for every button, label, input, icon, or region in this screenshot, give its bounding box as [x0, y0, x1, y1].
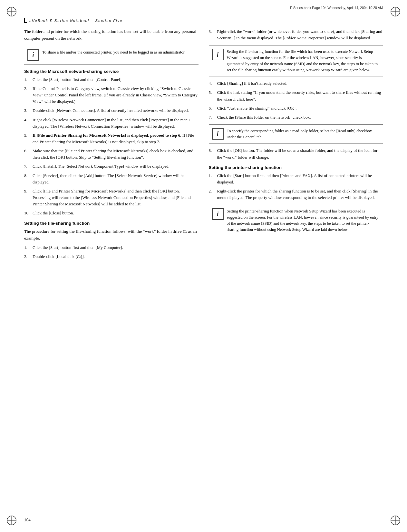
info-box-4: i Setting the printer-sharing function w…	[209, 205, 383, 236]
header-title: LifeBook E Series Notebook - Section Fiv…	[29, 19, 122, 23]
list-item: 6. Click “Just enable file sharing” and …	[209, 105, 383, 112]
section1-list: 1. Click the [Start] button first and th…	[24, 76, 199, 217]
list-item: 2. Double-click [Local disk (C:)].	[24, 253, 199, 260]
list-item: 9. Click [File and Printer Sharing for M…	[24, 188, 199, 207]
section3-list: 1. Click the [Start] button first and th…	[209, 172, 383, 201]
right-column: 3. Right-click the “work” folder (or whi…	[209, 28, 383, 513]
file-header-text: E Series.book Page 104 Wednesday, April …	[290, 6, 383, 10]
info-icon-4: i	[212, 208, 224, 220]
section3-heading: Setting the printer-sharing function	[209, 165, 383, 170]
list-item: 1. Click the [Start] button first and th…	[209, 172, 383, 185]
list-item: 2. Right-click the printer for which the…	[209, 188, 383, 201]
list-item: 6. Make sure that the [File and Printer …	[24, 148, 199, 161]
header-bar: LifeBook E Series Notebook - Section Fiv…	[24, 17, 383, 23]
right-list-mid: 4. Click [Sharing] if it isn’t already s…	[209, 80, 383, 121]
info-icon-2: i	[212, 49, 224, 60]
page: E Series.book Page 104 Wednesday, April …	[0, 0, 407, 532]
intro-paragraph: The folder and printer for which the sha…	[24, 28, 199, 42]
list-item: 1. Click the [Start] button first and th…	[24, 76, 199, 83]
section2-heading: Setting the file-sharing function	[24, 221, 199, 226]
list-item: 4. Right-click [Wireless Network Connect…	[24, 117, 199, 130]
file-header: E Series.book Page 104 Wednesday, April …	[24, 6, 383, 10]
info-box-2-text: Setting the file-sharing function for th…	[227, 49, 380, 73]
list-item: 8. Click the [OK] button. The folder wil…	[209, 147, 383, 160]
right-list-top: 3. Right-click the “work” folder (or whi…	[209, 28, 383, 41]
list-item: 1. Click the [Start] button first and th…	[24, 244, 199, 251]
info-box-1-text: To share a file and/or the connected pri…	[42, 49, 185, 55]
corner-mark-tl	[6, 6, 17, 17]
info-box-3-text: To specify the corresponding folder as a…	[227, 128, 380, 140]
section2-list: 1. Click the [Start] button first and th…	[24, 244, 199, 260]
info-box-2: i Setting the file-sharing function for …	[209, 45, 383, 76]
main-content: The folder and printer for which the sha…	[24, 28, 383, 513]
info-icon-3: i	[212, 128, 224, 140]
header-left-mark	[24, 18, 27, 23]
list-item: 7. Check the [Share this folder on the n…	[209, 114, 383, 121]
section1-heading: Setting the Microsoft network-sharing se…	[24, 69, 199, 74]
info-icon-1: i	[27, 49, 39, 61]
list-item: 10. Click the [Close] button.	[24, 210, 199, 216]
list-item: 3. Double-click [Network Connections]. A…	[24, 107, 199, 114]
list-item: 2. If the Control Panel is in Category v…	[24, 85, 199, 105]
list-item: 8. Click [Service], then click the [Add]…	[24, 172, 199, 185]
list-item: 5. If [File and Printer Sharing for Micr…	[24, 132, 199, 145]
section2-intro: The procedure for setting the file-shari…	[24, 228, 199, 242]
info-box-4-text: Setting the printer-sharing function whe…	[227, 208, 380, 232]
list-item: 5. Click the link stating “If you unders…	[209, 89, 383, 102]
info-box-3: i To specify the corresponding folder as…	[209, 124, 383, 144]
corner-mark-tr	[390, 6, 401, 17]
corner-mark-br	[390, 515, 401, 526]
list-item: 4. Click [Sharing] if it isn’t already s…	[209, 80, 383, 87]
page-number: 104	[24, 518, 31, 522]
info-box-1: i To share a file and/or the connected p…	[24, 46, 199, 64]
list-item: 3. Right-click the “work” folder (or whi…	[209, 28, 383, 41]
corner-mark-bl	[6, 515, 17, 526]
left-column: The folder and printer for which the sha…	[24, 28, 199, 513]
list-item: 7. Click [Install]. The [Select Network …	[24, 163, 199, 170]
right-list-item8: 8. Click the [OK] button. The folder wil…	[209, 147, 383, 160]
